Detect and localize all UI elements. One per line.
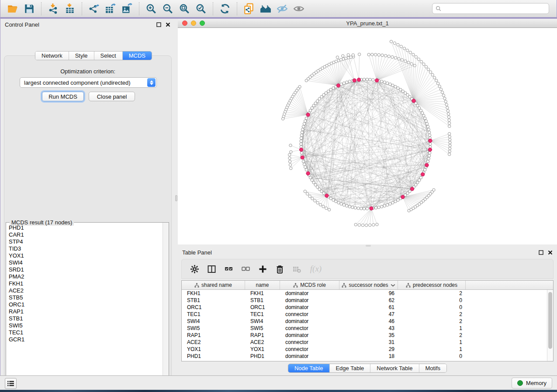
mcds-result-item[interactable]: FKH1: [6, 280, 163, 287]
refresh-layout-button[interactable]: [217, 1, 233, 16]
table-header-row: shared namenameMCDS rolesuccessor nodesp…: [182, 281, 553, 290]
tab-style[interactable]: Style: [69, 52, 94, 60]
table-row[interactable]: YOX1YOX1connector291: [182, 346, 547, 353]
table-settings-button[interactable]: [188, 262, 201, 275]
table-row[interactable]: STB1STB1dominator620: [182, 297, 547, 304]
control-panel-titlebar: Control Panel: [0, 19, 175, 30]
table-delete-icon: [292, 265, 301, 274]
search-input[interactable]: [443, 5, 546, 12]
delete-column-button[interactable]: [273, 262, 286, 275]
open-file-button[interactable]: [4, 1, 21, 16]
export-network-button[interactable]: [86, 1, 102, 16]
cell-predecessor-nodes: 2: [398, 311, 466, 317]
table-row[interactable]: SWI4SWI4dominator462: [182, 318, 547, 325]
mcds-result-item[interactable]: YOX1: [6, 252, 163, 259]
toolbar-separator: [213, 2, 213, 15]
network-canvas[interactable]: [178, 28, 557, 244]
splitter-grip[interactable]: [175, 195, 177, 201]
mcds-result-item[interactable]: GCR1: [6, 336, 163, 343]
criterion-select[interactable]: largest connected component (undirected): [20, 77, 157, 88]
show-all-button[interactable]: [291, 1, 307, 16]
cell-name: SWI5: [245, 325, 280, 331]
zoom-out-button[interactable]: [159, 1, 176, 16]
table-tab-edge-table[interactable]: Edge Table: [329, 364, 370, 372]
close-panel-button[interactable]: Close panel: [89, 92, 135, 101]
mcds-result-item[interactable]: ORC1: [6, 301, 163, 308]
table-row[interactable]: PHD1PHD1dominator180: [182, 353, 547, 360]
memory-button[interactable]: Memory: [512, 378, 552, 389]
vertical-splitter[interactable]: [175, 19, 178, 375]
float-panel-icon[interactable]: [156, 22, 161, 27]
column-header-MCDS-role[interactable]: MCDS role: [280, 281, 339, 289]
search-box[interactable]: [432, 3, 549, 14]
mcds-result-item[interactable]: SWI5: [6, 322, 163, 329]
duplicate-network-button[interactable]: [241, 1, 257, 16]
column-header-predecessor-nodes[interactable]: predecessor nodes: [398, 281, 466, 289]
float-panel-icon[interactable]: [539, 250, 543, 255]
zoom-in-button[interactable]: [143, 1, 159, 16]
table-row[interactable]: RAP1RAP1dominator352: [182, 332, 547, 339]
column-header-successor-nodes[interactable]: successor nodes: [339, 281, 398, 289]
tab-select[interactable]: Select: [94, 52, 122, 60]
table-row[interactable]: ACE2ACE2connector311: [182, 339, 547, 346]
mcds-result-item[interactable]: RAP1: [6, 308, 163, 315]
mcds-result-item[interactable]: ACE2: [6, 287, 163, 294]
tab-network[interactable]: Network: [35, 52, 69, 60]
run-mcds-button[interactable]: Run MCDS: [42, 92, 84, 101]
table-row[interactable]: FKH1FKH1dominator962: [182, 290, 547, 297]
table-row[interactable]: SWI5SWI5connector431: [182, 325, 547, 332]
column-header-shared-name[interactable]: shared name: [182, 281, 245, 289]
task-history-button[interactable]: [5, 378, 17, 389]
table-row[interactable]: ORC1ORC1dominator610: [182, 304, 547, 311]
tab-mcds[interactable]: MCDS: [122, 52, 152, 60]
table-scrollbar[interactable]: [547, 290, 553, 361]
zoom-fit-button[interactable]: [176, 1, 193, 16]
cell-successor-nodes: 96: [339, 290, 398, 296]
mcds-result-item[interactable]: SWI4: [6, 259, 163, 266]
table-tab-motifs[interactable]: Motifs: [419, 364, 446, 372]
close-panel-icon[interactable]: [548, 250, 553, 255]
mcds-result-item[interactable]: PHD1: [6, 224, 163, 231]
mcds-result-item[interactable]: TID3: [6, 245, 163, 252]
cell-successor-nodes: 29: [339, 346, 398, 352]
export-image-button[interactable]: [119, 1, 135, 16]
mcds-result-item[interactable]: STB1: [6, 315, 163, 322]
mcds-result-item[interactable]: CAR1: [6, 231, 163, 238]
mcds-result-item[interactable]: PMA2: [6, 273, 163, 280]
cell-successor-nodes: 62: [339, 297, 398, 303]
cell-name: TEC1: [245, 311, 280, 317]
scrollbar-thumb[interactable]: [548, 292, 552, 349]
table-tab-network-table[interactable]: Network Table: [370, 364, 419, 372]
mcds-list-scrollbar[interactable]: [163, 223, 169, 384]
network-window-titlebar[interactable]: YPA_prune.txt_1: [178, 19, 557, 28]
gear-icon: [190, 265, 199, 274]
mcds-result-item[interactable]: SRD1: [6, 266, 163, 273]
cell-shared-name: STB1: [182, 297, 245, 303]
mcds-result-item[interactable]: TEC1: [6, 329, 163, 336]
import-network-button[interactable]: [45, 1, 62, 16]
cell-predecessor-nodes: 0: [398, 297, 466, 303]
close-panel-icon[interactable]: [166, 22, 170, 27]
show-columns-button[interactable]: [205, 262, 218, 275]
first-neighbors-button[interactable]: [257, 1, 274, 16]
control-panel: Control Panel NetworkStyleSelectMCDS Opt…: [0, 19, 175, 375]
column-header-name[interactable]: name: [245, 281, 280, 289]
cell-predecessor-nodes: 0: [398, 353, 466, 359]
mcds-result-item[interactable]: STP4: [6, 238, 163, 245]
select-all-button[interactable]: [222, 262, 235, 275]
deselect-all-button[interactable]: [239, 262, 252, 275]
cell-name: YOX1: [245, 346, 280, 352]
table-row[interactable]: TEC1TEC1connector472: [182, 311, 547, 318]
plus-icon: [258, 265, 267, 274]
save-session-button[interactable]: [21, 1, 38, 16]
import-table-button[interactable]: [62, 1, 78, 16]
add-column-button[interactable]: [256, 262, 269, 275]
network-graph[interactable]: [178, 28, 557, 244]
table-tab-node-table[interactable]: Node Table: [288, 364, 329, 372]
mcds-result-item[interactable]: STB5: [6, 294, 163, 301]
export-table-button[interactable]: [102, 1, 119, 16]
cell-shared-name: FKH1: [182, 290, 245, 296]
hide-selected-button[interactable]: [274, 1, 291, 16]
column-header-filler: [466, 281, 553, 289]
zoom-selected-button[interactable]: [193, 1, 209, 16]
